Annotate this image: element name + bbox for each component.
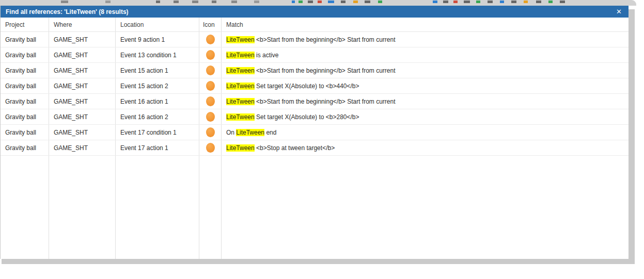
column-header-match[interactable]: Match (222, 18, 629, 31)
cell-match: LiteTween <b>Start from the beginning</b… (222, 94, 629, 109)
match-suffix: Set target X(Absolute) to <b>280</b> (255, 113, 359, 121)
orange-ball-icon (206, 65, 215, 75)
column-header-project[interactable]: Project (1, 18, 49, 31)
toolbar-artifact (254, 1, 259, 3)
cell-location: Event 15 action 1 (116, 63, 199, 78)
empty-table-area (1, 156, 629, 259)
orange-ball-icon (206, 112, 215, 122)
toolbar-artifact (341, 1, 345, 3)
cell-match: On LiteTween end (222, 125, 629, 140)
match-suffix: <b>Start from the beginning</b> Start fr… (255, 36, 396, 43)
table-row[interactable]: Gravity ball GAME_SHT Event 17 action 1 … (1, 140, 629, 156)
cell-project: Gravity ball (1, 63, 49, 78)
dialog-title: Find all references: 'LiteTween' (8 resu… (6, 8, 129, 15)
results-rows: Gravity ball GAME_SHT Event 9 action 1 L… (1, 32, 629, 156)
match-suffix: Set target X(Absolute) to <b>440</b> (255, 83, 359, 90)
toolbar-artifact (433, 1, 437, 3)
cell-icon (199, 63, 222, 78)
orange-ball-icon (206, 127, 215, 137)
table-row[interactable]: Gravity ball GAME_SHT Event 15 action 1 … (1, 63, 629, 78)
toolbar-artifact (174, 1, 179, 3)
cell-project: Gravity ball (1, 32, 49, 47)
match-highlight: LiteTween (226, 144, 255, 152)
match-suffix: <b>Start from the beginning</b> Start fr… (255, 98, 396, 105)
background-toolbar-strip (0, 0, 636, 6)
cell-project: Gravity ball (1, 47, 49, 62)
orange-ball-icon (206, 143, 215, 153)
orange-ball-icon (206, 96, 215, 106)
table-row[interactable]: Gravity ball GAME_SHT Event 15 action 2 … (1, 78, 629, 94)
cell-match: LiteTween <b>Stop at tween target</b> (222, 140, 629, 155)
orange-ball-icon (206, 50, 215, 60)
toolbar-artifact (476, 1, 480, 3)
cell-match: LiteTween <b>Start from the beginning</b… (222, 32, 629, 47)
cell-location: Event 15 action 2 (116, 78, 199, 93)
toolbar-artifact (488, 1, 493, 3)
cell-match: LiteTween Set target X(Absolute) to <b>2… (222, 109, 629, 124)
cell-match: LiteTween <b>Start from the beginning</b… (222, 63, 629, 78)
table-row[interactable]: Gravity ball GAME_SHT Event 16 action 2 … (1, 109, 629, 125)
cell-location: Event 17 condition 1 (116, 125, 199, 140)
find-results-panel: Find all references: 'LiteTween' (8 resu… (0, 6, 629, 259)
orange-ball-icon (206, 81, 215, 91)
cell-icon (199, 78, 222, 93)
match-suffix: <b>Start from the beginning</b> Start fr… (255, 67, 396, 74)
match-highlight: LiteTween (226, 98, 255, 105)
column-header-icon[interactable]: Icon (199, 18, 222, 31)
toolbar-artifact (292, 1, 295, 3)
close-icon[interactable]: ✕ (615, 8, 623, 15)
cell-icon (199, 125, 222, 140)
match-highlight: LiteTween (226, 83, 255, 90)
empty-column-area (1, 156, 49, 259)
cell-project: Gravity ball (1, 109, 49, 124)
toolbar-artifact (353, 1, 358, 3)
toolbar-artifact (61, 1, 68, 3)
cell-match: LiteTween is active (222, 47, 629, 62)
table-header-row: Project Where Location Icon Match (1, 18, 629, 32)
toolbar-artifact (500, 1, 504, 3)
table-row[interactable]: Gravity ball GAME_SHT Event 16 action 1 … (1, 94, 629, 109)
toolbar-artifact (443, 1, 448, 3)
toolbar-artifact (299, 1, 303, 3)
toolbar-artifact (524, 1, 528, 3)
cell-location: Event 16 action 1 (116, 94, 199, 109)
cell-where: GAME_SHT (49, 94, 116, 109)
cell-location: Event 13 condition 1 (116, 47, 199, 62)
match-prefix: On (226, 129, 236, 136)
table-row[interactable]: Gravity ball GAME_SHT Event 9 action 1 L… (1, 32, 629, 47)
cell-icon (199, 94, 222, 109)
match-highlight: LiteTween (226, 113, 255, 121)
toolbar-artifact (192, 1, 198, 3)
cell-where: GAME_SHT (49, 78, 116, 93)
cell-where: GAME_SHT (49, 47, 116, 62)
toolbar-artifact (464, 1, 470, 3)
match-highlight: LiteTween (226, 67, 255, 74)
toolbar-artifact (231, 1, 237, 3)
empty-column-area (116, 156, 199, 259)
column-header-where[interactable]: Where (49, 18, 116, 31)
match-highlight: LiteTween (226, 52, 255, 59)
toolbar-artifact (378, 1, 382, 3)
results-table: Project Where Location Icon Match Gravit… (1, 18, 629, 259)
cell-project: Gravity ball (1, 125, 49, 140)
table-row[interactable]: Gravity ball GAME_SHT Event 13 condition… (1, 47, 629, 63)
toolbar-artifact (328, 1, 334, 3)
toolbar-artifact (212, 1, 216, 3)
empty-column-area (222, 156, 629, 259)
toolbar-artifact (536, 1, 541, 3)
cell-icon (199, 47, 222, 62)
cell-location: Event 16 action 2 (116, 109, 199, 124)
cell-location: Event 17 action 1 (116, 140, 199, 155)
cell-where: GAME_SHT (49, 125, 116, 140)
toolbar-artifact (548, 1, 553, 3)
empty-column-area (49, 156, 116, 259)
cell-where: GAME_SHT (49, 63, 116, 78)
toolbar-artifact (365, 1, 370, 3)
match-suffix: end (264, 129, 276, 136)
cell-icon (199, 140, 222, 155)
column-header-location[interactable]: Location (116, 18, 199, 31)
orange-ball-icon (206, 35, 215, 44)
table-row[interactable]: Gravity ball GAME_SHT Event 17 condition… (1, 125, 629, 140)
dialog-titlebar[interactable]: Find all references: 'LiteTween' (8 resu… (1, 6, 629, 18)
toolbar-artifact (560, 1, 565, 3)
